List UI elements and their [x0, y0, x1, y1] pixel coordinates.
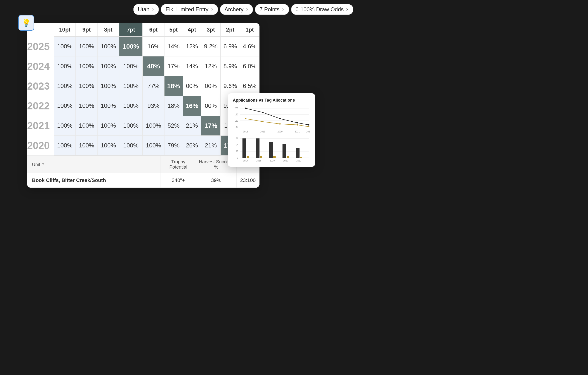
draw-odds-cell: 77%	[143, 76, 165, 96]
year-cell: 2024	[27, 56, 54, 76]
svg-rect-34	[260, 156, 262, 158]
table-row: 2025100%100%100%100%16%14%12%9.2%6.9%4.6…	[27, 37, 260, 56]
table-row: 2021100%100%100%100%100%52%21%17%13%9.	[27, 116, 260, 136]
draw-odds-cell: 100%	[76, 96, 97, 116]
col-trophy-header: Trophy Potential	[161, 156, 196, 173]
svg-rect-35	[269, 142, 273, 158]
filter-tag-elk[interactable]: Elk, Limited Entry ×	[161, 4, 218, 15]
harvest-cell: 39%	[196, 173, 236, 188]
table-row: 2023100%100%100%100%77%18%00%00%9.6%6.5%	[27, 76, 260, 96]
draw-odds-cell: 9.2%	[201, 37, 220, 56]
svg-point-8	[245, 108, 246, 109]
draw-odds-cell: 00%	[201, 76, 220, 96]
table-row: 2024100%100%100%100%48%17%14%12%8.9%6.0%	[27, 56, 260, 76]
draw-odds-cell: 21%	[183, 116, 201, 136]
draw-odds-cell: 100%	[119, 116, 143, 136]
svg-text:2019: 2019	[270, 159, 275, 162]
unit-info-table: Unit # Trophy Potential Harvest Success …	[27, 155, 260, 188]
year-cell: 2020	[27, 136, 54, 155]
draw-odds-cell: 100%	[143, 136, 165, 155]
year-cell: 2021	[27, 116, 54, 136]
svg-text:2017: 2017	[243, 159, 248, 162]
svg-text:24: 24	[236, 144, 239, 146]
svg-rect-33	[256, 138, 260, 158]
draw-odds-cell: 17%	[164, 56, 183, 76]
year-cell: 2025	[27, 37, 54, 56]
svg-text:36: 36	[236, 137, 239, 140]
svg-text:2021: 2021	[295, 130, 300, 133]
col-unit-header: Unit #	[27, 156, 161, 173]
svg-rect-39	[296, 148, 300, 158]
filter-tag-7points-label: 7 Points	[260, 6, 280, 13]
draw-odds-cell: 16%	[183, 96, 201, 116]
draw-odds-cell: 100%	[119, 96, 143, 116]
svg-point-14	[262, 121, 263, 122]
filter-tag-drawodds-close[interactable]: ×	[346, 7, 349, 12]
svg-rect-37	[283, 144, 286, 158]
draw-odds-cell: 100%	[76, 136, 97, 155]
col-header-2pt: 2pt	[220, 23, 240, 37]
col-header-5pt: 5pt	[164, 23, 183, 37]
draw-odds-cell: 48%	[143, 56, 165, 76]
svg-text:12: 12	[236, 150, 239, 153]
draw-odds-cell: 100%	[76, 56, 97, 76]
bar-chart: 36 24 12 0 2017 2018 2019 2020 2021	[233, 137, 310, 163]
draw-odds-cell: 100%	[97, 56, 119, 76]
svg-rect-31	[242, 138, 246, 158]
draw-odds-table: 10pt 9pt 8pt 7pt 6pt 5pt 4pt 3pt 2pt 1pt…	[27, 23, 260, 155]
svg-point-12	[308, 124, 309, 126]
svg-rect-38	[287, 156, 289, 158]
svg-text:2018: 2018	[256, 159, 262, 162]
draw-odds-cell: 17%	[201, 116, 220, 136]
filter-tag-archery-label: Archery	[224, 6, 244, 13]
draw-odds-cell: 9.6%	[220, 76, 240, 96]
draw-odds-cell: 100%	[119, 76, 143, 96]
col-header-6pt: 6pt	[143, 23, 165, 37]
draw-odds-cell: 00%	[201, 96, 220, 116]
draw-odds-cell: 100%	[54, 37, 76, 56]
unit-name-cell: Book Cliffs, Bitter Creek/South	[27, 173, 161, 188]
svg-point-15	[279, 123, 281, 125]
svg-text:2019: 2019	[260, 130, 265, 133]
draw-odds-cell: 8.9%	[220, 56, 240, 76]
filter-tag-utah[interactable]: Utah ×	[133, 4, 159, 15]
draw-odds-cell: 16%	[143, 37, 165, 56]
filter-tag-utah-close[interactable]: ×	[152, 7, 155, 12]
svg-text:200: 200	[234, 107, 238, 110]
table-row: 2022100%100%100%100%93%18%16%00%9.6%6.	[27, 96, 260, 116]
info-header-row: Unit # Trophy Potential Harvest Success …	[27, 156, 260, 173]
draw-odds-cell: 93%	[143, 96, 165, 116]
draw-odds-cell: 18%	[164, 96, 183, 116]
trophy-cell: 340"+	[161, 173, 196, 188]
draw-odds-cell: 100%	[97, 136, 119, 155]
svg-text:0: 0	[237, 157, 238, 159]
draw-odds-cell: 6.9%	[220, 37, 240, 56]
filter-tag-elk-label: Elk, Limited Entry	[165, 6, 209, 13]
bulb-button[interactable]: 💡	[18, 15, 34, 31]
draw-odds-cell: 21%	[201, 136, 220, 155]
filter-tag-7points[interactable]: 7 Points ×	[255, 4, 289, 15]
info-data-row: Book Cliffs, Bitter Creek/South 340"+ 39…	[27, 173, 260, 188]
bulb-icon: 💡	[22, 18, 31, 27]
draw-odds-cell: 12%	[183, 37, 201, 56]
draw-odds-cell: 100%	[119, 56, 143, 76]
svg-point-9	[262, 112, 263, 113]
draw-odds-cell: 100%	[97, 37, 119, 56]
filter-tag-drawodds[interactable]: 0-100% Draw Odds ×	[291, 4, 353, 15]
filter-tag-elk-close[interactable]: ×	[211, 7, 213, 12]
svg-point-10	[279, 118, 281, 119]
draw-odds-cell: 100%	[54, 96, 76, 116]
filter-tag-7points-close[interactable]: ×	[282, 7, 284, 12]
filter-tag-archery[interactable]: Archery ×	[220, 4, 253, 15]
svg-text:160: 160	[234, 120, 238, 122]
col-header-7pt: 7pt	[119, 23, 143, 37]
draw-odds-cell: 00%	[183, 76, 201, 96]
draw-odds-cell: 100%	[54, 56, 76, 76]
svg-text:2021: 2021	[296, 159, 302, 162]
draw-odds-cell: 100%	[97, 76, 119, 96]
filter-tag-archery-close[interactable]: ×	[246, 7, 249, 12]
draw-odds-cell: 100%	[119, 37, 143, 56]
draw-odds-card: 10pt 9pt 8pt 7pt 6pt 5pt 4pt 3pt 2pt 1pt…	[27, 23, 260, 188]
svg-text:2022: 2022	[306, 130, 310, 133]
svg-text:180: 180	[234, 113, 238, 116]
